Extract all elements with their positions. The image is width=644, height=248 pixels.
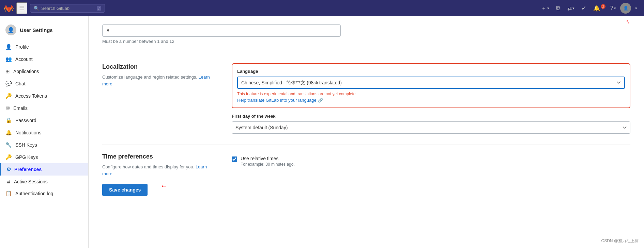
divider-2 xyxy=(102,145,630,145)
arrow-annotation: → xyxy=(160,182,168,191)
sidebar-item-gpg-keys[interactable]: 🔑GPG Keys xyxy=(0,151,88,163)
language-box: Language Chinese, Simplified - 简体中文 (98%… xyxy=(232,63,630,108)
sidebar-label-profile: Profile xyxy=(15,44,29,50)
sidebar-label-password: Password xyxy=(15,118,36,123)
applications-icon: ⊞ xyxy=(5,68,10,75)
use-relative-times-text: Use relative times For example: 30 minut… xyxy=(241,156,295,167)
sidebar-item-active-sessions[interactable]: 🖥Active Sessions xyxy=(0,176,88,187)
sidebar-item-ssh-keys[interactable]: 🔧SSH Keys xyxy=(0,139,88,151)
new-item-button[interactable]: ＋ ▾ xyxy=(538,3,552,13)
use-relative-times-label: Use relative times xyxy=(241,156,295,161)
avatar-dropdown[interactable]: ▾ xyxy=(632,5,640,12)
sidebar-item-profile[interactable]: 👤Profile xyxy=(0,41,88,53)
preferences-icon: ⚙ xyxy=(6,166,11,172)
search-icon: 🔍 xyxy=(34,6,39,11)
language-label: Language xyxy=(237,69,625,74)
use-relative-times-row: Use relative times For example: 30 minut… xyxy=(232,156,630,167)
sidebar-label-account: Account xyxy=(15,56,33,62)
sidebar-label-emails: Emails xyxy=(13,105,28,111)
top-navigation: ☰ 🔍 Search GitLab / ＋ ▾ ⧉ ⇄ ▾ ✓ 🔔 2 ▾ ? … xyxy=(0,0,644,16)
sidebar-item-notifications[interactable]: 🔔Notifications xyxy=(0,127,88,139)
first-day-label: First day of the week xyxy=(232,114,630,119)
sidebar-item-authentication-log[interactable]: 📋Authentication log xyxy=(0,187,88,200)
chat-icon: 💬 xyxy=(5,81,12,87)
sidebar-label-chat: Chat xyxy=(15,81,26,86)
sidebar-label-gpg-keys: GPG Keys xyxy=(15,154,38,160)
sidebar-item-chat[interactable]: 💬Chat xyxy=(0,78,88,90)
watermark: CSDN @努力往上搞 xyxy=(601,238,639,244)
number-field-hint: Must be a number between 1 and 12 xyxy=(102,39,630,44)
hamburger-menu[interactable]: ☰ xyxy=(16,2,27,14)
help-translate-link[interactable]: Help translate GitLab into your language… xyxy=(237,98,625,103)
topnav-icons: ＋ ▾ ⧉ ⇄ ▾ ✓ 🔔 2 ▾ ? ▾ 👤 ↑ ▾ xyxy=(538,3,640,14)
sidebar-item-access-tokens[interactable]: 🔑Access Tokens xyxy=(0,90,88,102)
ssh-keys-icon: 🔧 xyxy=(5,142,12,148)
localization-heading: Localization xyxy=(102,63,211,70)
use-relative-times-example: For example: 30 minutes ago. xyxy=(241,162,295,167)
number-input[interactable] xyxy=(102,24,341,37)
localization-section: Localization Customize language and regi… xyxy=(102,63,630,134)
sidebar-nav: 👤Profile 👥Account ⊞Applications 💬Chat 🔑A… xyxy=(0,41,88,200)
time-pref-right: Use relative times For example: 30 minut… xyxy=(232,153,630,196)
language-select[interactable]: Chinese, Simplified - 简体中文 (98% translat… xyxy=(237,77,625,89)
save-button-wrapper: Save changes → xyxy=(102,177,148,196)
search-bar[interactable]: 🔍 Search GitLab / xyxy=(30,4,105,13)
sidebar-item-password[interactable]: 🔒Password xyxy=(0,114,88,127)
localization-right: Language Chinese, Simplified - 简体中文 (98%… xyxy=(232,63,630,134)
gitlab-logo xyxy=(4,3,14,13)
localization-left: Localization Customize language and regi… xyxy=(102,63,211,134)
time-pref-description: Configure how dates and times display fo… xyxy=(102,164,211,177)
password-icon: 🔒 xyxy=(5,117,12,123)
sidebar-label-ssh-keys: SSH Keys xyxy=(15,142,37,148)
sidebar-item-emails[interactable]: ✉Emails xyxy=(0,102,88,114)
sidebar-header: 👤 User Settings xyxy=(0,22,88,41)
sidebar-title: User Settings xyxy=(20,27,53,33)
time-preferences-heading: Time preferences xyxy=(102,153,211,160)
issues-button[interactable]: ✓ xyxy=(579,3,589,13)
code-review-button[interactable]: ⇄ ▾ xyxy=(565,4,577,13)
localization-description: Customize language and region related se… xyxy=(102,74,211,87)
notifications-icon: 🔔 xyxy=(5,130,12,136)
sidebar-item-preferences[interactable]: ⚙ Preferences xyxy=(0,163,88,176)
notifications-button[interactable]: 🔔 2 ▾ xyxy=(591,4,606,13)
first-day-select[interactable]: System default (Sunday) Monday Saturday … xyxy=(232,121,630,134)
account-icon: 👥 xyxy=(5,56,12,62)
number-field-section: Must be a number between 1 and 12 xyxy=(102,24,630,44)
sidebar-label-applications: Applications xyxy=(13,69,39,74)
sidebar-label-authentication-log: Authentication log xyxy=(15,191,53,196)
active-sessions-icon: 🖥 xyxy=(5,179,11,184)
merge-request-icon[interactable]: ⧉ xyxy=(553,3,563,13)
gpg-keys-icon: 🔑 xyxy=(5,154,12,160)
use-relative-times-checkbox[interactable] xyxy=(232,156,237,162)
profile-icon: 👤 xyxy=(5,44,12,50)
experimental-note: This feature is experimental and transla… xyxy=(237,92,625,96)
sidebar-item-applications[interactable]: ⊞Applications xyxy=(0,65,88,78)
sidebar-user-avatar: 👤 xyxy=(5,24,16,35)
save-changes-button[interactable]: Save changes xyxy=(102,184,148,196)
time-preferences-section: Time preferences Configure how dates and… xyxy=(102,153,630,196)
sidebar-item-account[interactable]: 👥Account xyxy=(0,53,88,65)
sidebar-label-active-sessions: Active Sessions xyxy=(14,179,48,184)
sidebar-label-access-tokens: Access Tokens xyxy=(15,93,47,99)
auth-log-icon: 📋 xyxy=(5,191,12,197)
search-placeholder: Search GitLab xyxy=(41,6,70,11)
help-button[interactable]: ? ▾ xyxy=(608,4,619,13)
emails-icon: ✉ xyxy=(5,105,10,111)
user-avatar[interactable]: 👤 xyxy=(620,3,631,14)
sidebar: 👤 User Settings 👤Profile 👥Account ⊞Appli… xyxy=(0,16,89,248)
search-slash: / xyxy=(97,6,101,11)
time-pref-left: Time preferences Configure how dates and… xyxy=(102,153,211,196)
access-tokens-icon: 🔑 xyxy=(5,93,12,99)
sidebar-label-notifications: Notifications xyxy=(15,130,41,135)
main-content: Must be a number between 1 and 12 Locali… xyxy=(89,16,644,248)
external-link-icon: 🔗 xyxy=(318,98,323,103)
sidebar-label-preferences: Preferences xyxy=(14,167,42,172)
divider-1 xyxy=(102,55,630,55)
